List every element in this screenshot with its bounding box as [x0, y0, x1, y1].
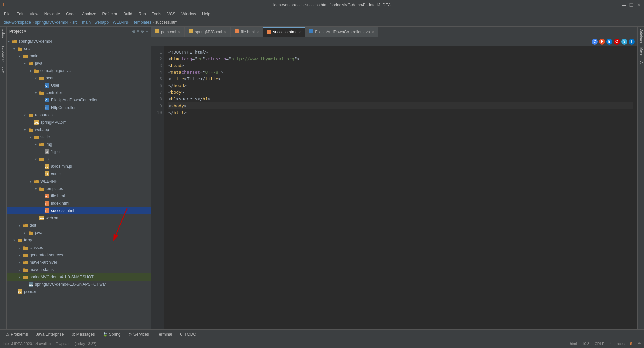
menu-item-vcs[interactable]: VCS: [165, 11, 178, 17]
close-button[interactable]: ✕: [636, 2, 641, 8]
locate-icon[interactable]: ⊕: [132, 29, 136, 34]
safari-icon[interactable]: S: [621, 39, 627, 45]
menu-item-refactor[interactable]: Refactor: [100, 11, 120, 17]
svg-rect-40: [39, 188, 44, 191]
settings-icon[interactable]: ⚙: [141, 29, 144, 34]
tab-pom.xml[interactable]: pom.xml×: [151, 27, 185, 37]
tree-item-classes[interactable]: ▸classes: [7, 244, 151, 251]
tree-item-springMVC-demo4-1.0-SNAPSHOT[interactable]: ▾springMVC-demo4-1.0-SNAPSHOT: [7, 273, 151, 281]
menu-item-run[interactable]: Run: [136, 11, 149, 17]
tree-item-springMVC-demo4-1.0-SNAPSHOT.war[interactable]: WARspringMVC-demo4-1.0-SNAPSHOT.war: [7, 281, 151, 288]
tab-springMVC.xml[interactable]: springMVC.xml×: [185, 27, 231, 37]
tree-item-resources[interactable]: ▾resources: [7, 111, 151, 119]
expand-icon[interactable]: ≡: [137, 29, 139, 34]
bottom-tab-spring[interactable]: 🍃 Spring: [99, 331, 124, 337]
bottom-tab-todo[interactable]: 6: TODO: [177, 331, 200, 337]
line-number: 5: [153, 76, 162, 82]
tree-item-maven-archiver[interactable]: ▸maven-archiver: [7, 259, 151, 266]
tree-item-bean[interactable]: ▾bean: [7, 74, 151, 82]
menu-item-analyze[interactable]: Analyze: [79, 11, 99, 17]
bottom-tab-java-enterprise[interactable]: Java Enterprise: [33, 331, 67, 337]
tree-item-WEB-INF[interactable]: ▾WEB-INF: [7, 178, 151, 185]
tree-icon-folder: [12, 39, 17, 44]
tree-item-test-java[interactable]: ▸java: [7, 229, 151, 236]
tab-close-button[interactable]: ×: [257, 30, 259, 34]
vtab-web[interactable]: Web: [1, 65, 6, 75]
tree-item-success.html[interactable]: Hsuccess.html: [7, 207, 151, 214]
tree-item-java[interactable]: ▾java: [7, 60, 151, 67]
opera-icon[interactable]: O: [614, 39, 620, 45]
breadcrumb-item-main[interactable]: main: [82, 20, 91, 25]
breadcrumb-item-WEB-INF[interactable]: WEB-INF: [113, 20, 130, 25]
bottom-tab-problems[interactable]: ⚠ Problems: [3, 331, 31, 337]
tree-item-com.atguigu.mvc[interactable]: ▾com.atguigu.mvc: [7, 67, 151, 74]
menu-item-view[interactable]: View: [27, 11, 41, 17]
tab-success.html[interactable]: success.html×: [263, 27, 305, 37]
tab-FileUpAndDownController.java[interactable]: FileUpAndDownController.java×: [305, 27, 378, 37]
breadcrumb-item-webapp[interactable]: webapp: [95, 20, 109, 25]
breadcrumb-item-src[interactable]: src: [72, 20, 78, 25]
tree-label: springMVC-demo4: [19, 39, 52, 44]
database-panel-btn[interactable]: Database: [638, 27, 644, 45]
maximize-button[interactable]: ❐: [629, 2, 634, 8]
code-content[interactable]: <!DOCTYPE html><html lang="en" xmlns:th=…: [164, 46, 637, 329]
breadcrumb-item-templates[interactable]: templates: [134, 20, 151, 25]
tree-item-1.jpg[interactable]: 🖼1.jpg: [7, 148, 151, 155]
tree-item-src[interactable]: ▾src: [7, 45, 151, 52]
vtab-project[interactable]: 1:Project: [1, 27, 6, 44]
tree-item-webapp[interactable]: ▾webapp: [7, 126, 151, 133]
menu-item-file[interactable]: File: [1, 11, 13, 17]
breadcrumb-item-idea-workspace[interactable]: idea-workspace: [3, 20, 31, 25]
tree-item-vue.js[interactable]: JSvue.js: [7, 170, 151, 178]
ie-icon[interactable]: I: [629, 39, 635, 45]
edge-icon[interactable]: E: [606, 39, 612, 45]
tree-item-maven-status[interactable]: ▸maven-status: [7, 266, 151, 273]
vtab-favorites[interactable]: 2:Favorites: [1, 44, 6, 64]
tab-close-button[interactable]: ×: [178, 30, 180, 34]
hide-panel-icon[interactable]: −: [146, 29, 148, 34]
tab-file.html[interactable]: file.html×: [231, 27, 263, 37]
bottom-tab-messages[interactable]: 0: Messages: [68, 331, 98, 337]
breadcrumb-item-success-html[interactable]: success.html: [155, 20, 178, 25]
menu-item-build[interactable]: Build: [121, 11, 135, 17]
tree-item-file.html[interactable]: Hfile.html: [7, 192, 151, 200]
tree-item-controller[interactable]: ▾controller: [7, 89, 151, 96]
tree-item-img[interactable]: ▾img: [7, 141, 151, 148]
tree-item-js[interactable]: ▾js: [7, 155, 151, 163]
tree-arrow: ▸: [19, 268, 23, 272]
tree-item-springMVC-demo4[interactable]: ▾springMVC-demo4: [7, 38, 151, 45]
menu-item-code[interactable]: Code: [63, 11, 78, 17]
tree-item-test[interactable]: ▾test: [7, 222, 151, 229]
tree-item-templates[interactable]: ▾templates: [7, 185, 151, 192]
tree-item-axios.min.js[interactable]: JSaxios.min.js: [7, 163, 151, 170]
svg-rect-39: [34, 180, 36, 181]
menu-item-navigate[interactable]: Navigate: [42, 11, 63, 17]
menu-item-window[interactable]: Window: [179, 11, 199, 17]
tree-item-static[interactable]: ▾static: [7, 133, 151, 141]
tree-item-target[interactable]: ▾target: [7, 236, 151, 244]
menu-item-edit[interactable]: Edit: [14, 11, 26, 17]
minimize-button[interactable]: —: [621, 2, 627, 8]
tree-item-main[interactable]: ▾main: [7, 52, 151, 60]
tab-close-button[interactable]: ×: [299, 30, 301, 34]
tree-item-web.xml[interactable]: XMLweb.xml: [7, 214, 151, 222]
tab-label: springMVC.xml: [195, 30, 222, 34]
tree-item-HttpController[interactable]: CHttpController: [7, 104, 151, 111]
tree-item-pom.xml[interactable]: XMLpom.xml: [7, 288, 151, 295]
menu-item-help[interactable]: Help: [199, 11, 213, 17]
tree-item-generated-sources[interactable]: ▸generated-sources: [7, 251, 151, 259]
maven-panel-btn[interactable]: Maven: [638, 45, 644, 59]
firefox-icon[interactable]: F: [599, 39, 605, 45]
tree-item-springMVC.xml[interactable]: XMLspringMVC.xml: [7, 119, 151, 126]
tree-item-index.html[interactable]: Hindex.html: [7, 200, 151, 207]
tab-close-button[interactable]: ×: [372, 30, 374, 34]
chrome-icon[interactable]: C: [592, 39, 598, 45]
tree-item-FileUpAndDownController[interactable]: CFileUpAndDownController: [7, 96, 151, 104]
bottom-tab-services[interactable]: ⚙ Services: [125, 331, 152, 337]
menu-item-tools[interactable]: Tools: [149, 11, 164, 17]
bottom-tab-terminal[interactable]: Terminal: [154, 331, 175, 337]
tree-item-User[interactable]: CUser: [7, 82, 151, 89]
ant-panel-btn[interactable]: Ant: [638, 59, 644, 68]
tab-close-button[interactable]: ×: [224, 30, 226, 34]
breadcrumb-item-springMVC-demo4[interactable]: springMVC-demo4: [35, 20, 68, 25]
